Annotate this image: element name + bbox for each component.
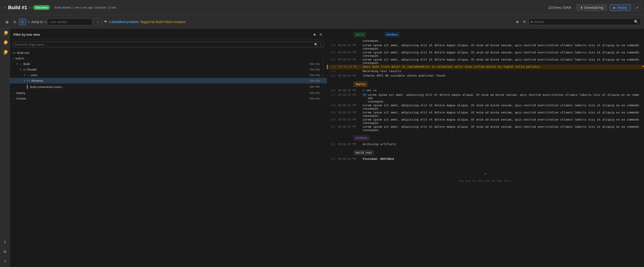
status-badge: Success [33, 5, 50, 10]
log-line: 214 Recording test results [327, 69, 644, 74]
go-button[interactable]: → [94, 18, 102, 25]
sidebar-icon-warning[interactable]: ⚠ 1 [2, 30, 8, 38]
tree-item-menu[interactable]: ⋮ [321, 85, 324, 89]
sidebar-icon-grid[interactable]: ⊞ 3 [2, 49, 8, 57]
end-of-file: ✦ You are at the end of the file. [327, 161, 644, 192]
tree-item-build-screenshots[interactable]: Build screenshots-check… 00m 08s ⋮ [10, 83, 327, 90]
tree-item-menu[interactable]: ⋮ [321, 68, 324, 71]
filter-icon: ⧉ [531, 20, 533, 24]
tree-item-windows[interactable]: ▼ ≡≡ Windows 00m 09s ⋮ [10, 78, 327, 83]
grid-badge: 3 [4, 50, 8, 54]
section-label-row-deploy: Deploy [327, 78, 644, 88]
tree-item-linux[interactable]: ▼ ✓ Linux 00m 08s ⋮ [10, 72, 327, 78]
filter-star-button[interactable]: ★ [312, 31, 317, 38]
filter-close-button[interactable]: ✕ [318, 31, 323, 38]
tree-item-built-in[interactable]: □ built-in ⋮ [10, 56, 327, 61]
log-line: consequat. [327, 39, 644, 43]
tree-item-menu[interactable]: ⋮ [321, 79, 324, 82]
log-line: 220 09:06:35 PM Lorem ipsum sit amet, ad… [327, 118, 644, 125]
box-icon: □ [12, 57, 14, 60]
info-badge: i [363, 93, 366, 96]
warning-badge: 1 [4, 31, 8, 34]
parallel-icon: ⊟ [23, 68, 26, 71]
sidebar-icon-cross[interactable]: ✕ 4 [2, 40, 8, 48]
star-button[interactable]: ★ [514, 18, 520, 25]
tree-item-menu[interactable]: ⋮ [321, 97, 324, 100]
label-archive: Archive [354, 136, 369, 140]
flag-indicator: ⚑ [642, 65, 644, 68]
toolbar: ▦ ⊞ ☰ « Jump to » → ⚑ 1 identified probl… [0, 15, 644, 28]
problem-banner: ⚑ 1 identified problem flagged by Build … [104, 20, 513, 24]
log-line: 217 09:06:35 PM i Lorem ipsum sit amet, … [327, 93, 644, 103]
jump-label: Jump to [31, 20, 43, 24]
sidebar-icon-settings[interactable]: ⚙ [2, 248, 8, 256]
label-deploy: Deploy [354, 82, 367, 87]
flag-icon: ⚑ [104, 20, 107, 24]
label-windows: Windows [384, 32, 400, 37]
tree-item-archive[interactable]: ✓ Archive 00m 00s ⋮ [10, 96, 327, 101]
close-filter-button[interactable]: ✕ [522, 18, 527, 25]
log-line: 222 09:06:35 PM Archiving artifacts [327, 142, 644, 147]
expand-button[interactable]: ⤢ [634, 4, 640, 11]
jump-prev-icon: « [28, 20, 30, 24]
tree-sidebar: Filter by tree view ★ ✕ 🔍 ⋮ ≡≡ Build roo… [10, 28, 327, 267]
log-line: 210 09:06:34 PM Lorem ipsum sit amet, ad… [327, 43, 644, 50]
stage-search-box: 🔍 ⋮ [12, 42, 324, 47]
check-icon-linux: ✓ [27, 73, 29, 77]
search-area: ⧉ 🔍 [529, 18, 640, 25]
log-stats: 223 lines | 52KB [548, 6, 571, 9]
log-line: 216 09:06:35 PM + set +x [327, 88, 644, 93]
main-layout: ⚠ 1 ✕ 4 ⊞ 3 ℹ ⚙ ↗ Filter by tree view ★ … [0, 28, 644, 267]
tree-item-build[interactable]: ▼ ✓ Build 00m 10s ⋮ [10, 61, 327, 67]
header: ‹ Build #1 › Success Build started: 1 mi… [0, 0, 644, 15]
grid-view-button[interactable]: ▦ [4, 18, 10, 25]
stage-search-input[interactable] [14, 43, 313, 46]
jump-input[interactable] [48, 18, 92, 25]
search-submit-button[interactable]: 🔍 [634, 20, 638, 24]
tree-item-menu[interactable]: ⋮ [321, 73, 324, 77]
log-area[interactable]: Build › Windows consequat. 210 09:06:34 … [327, 28, 644, 267]
stage-search-menu[interactable]: ⋮ [319, 43, 322, 46]
check-icon-deploy: ✓ [12, 91, 15, 95]
tree-item-menu[interactable]: ⋮ [321, 91, 324, 95]
grid-icon: ≡≡ [12, 51, 16, 54]
download-log-button[interactable]: ⬇ Download log [576, 4, 607, 11]
jump-next-icon: » [44, 20, 46, 24]
filter-header: Filter by tree view ★ ✕ [10, 28, 327, 40]
sidebar-icon-share[interactable]: ↗ [2, 258, 8, 265]
stage-search-button[interactable]: 🔍 [314, 43, 318, 46]
build-meta: Build started: 1 min 1 sec ago | Duratio… [54, 6, 116, 9]
build-title: Build #1 [8, 5, 27, 10]
tree-item-menu[interactable]: ⋮ [321, 57, 324, 60]
filter-title: Filter by tree view [14, 33, 310, 36]
end-of-file-text: You are at the end of the file. [458, 179, 512, 183]
problem-link[interactable]: 1 identified problem [109, 20, 138, 24]
split-view-button[interactable]: ⊞ [12, 18, 18, 25]
log-view-button[interactable]: ☰ [19, 18, 26, 25]
prev-build-button[interactable]: ‹ [4, 4, 7, 11]
log-line: 221 09:06:35 PM Lorem ipsum sit amet, ad… [327, 125, 644, 132]
sidebar-icon-strip: ⚠ 1 ✕ 4 ⊞ 3 ℹ ⚙ ↗ [0, 28, 10, 267]
download-icon: ⬇ [580, 6, 583, 9]
log-line: 223 09:06:36 PM Finished: UNSTABLE [327, 157, 644, 161]
jump-arrows: « [28, 20, 30, 24]
log-line: 218 09:06:35 PM Lorem ipsum sit amet, ad… [327, 103, 644, 110]
label-build: Build [354, 32, 366, 37]
sparkle-icon: ✦ [484, 170, 487, 177]
grid-icon-windows: ≡≡ [27, 79, 30, 82]
tree-item-deploy[interactable]: ✓ Deploy 00m 00s ⋮ [10, 90, 327, 96]
tree-item-build-root[interactable]: ≡≡ Build root ⋮ [10, 50, 327, 56]
next-build-button[interactable]: › [28, 4, 32, 11]
check-icon-archive: ✓ [12, 97, 15, 100]
tree-item-menu[interactable]: ⋮ [321, 62, 324, 66]
problem-suffix: flagged by Build Failure Analyzer [140, 20, 186, 24]
sidebar-icon-info[interactable]: ℹ [2, 238, 7, 246]
replay-button[interactable]: ▶ Replay [610, 4, 631, 11]
check-icon-build: ✓ [20, 62, 22, 66]
tree-item-menu[interactable]: ⋮ [321, 51, 324, 54]
play-icon: ▶ [614, 6, 616, 9]
build-navigation: ‹ Build #1 › Success [4, 4, 50, 11]
search-input[interactable] [534, 20, 632, 24]
tree-item-parallel[interactable]: ▼ ⊟ Parallel 00m 09s ⋮ [10, 67, 327, 72]
section-labels-build-windows: Build › Windows [327, 28, 644, 39]
